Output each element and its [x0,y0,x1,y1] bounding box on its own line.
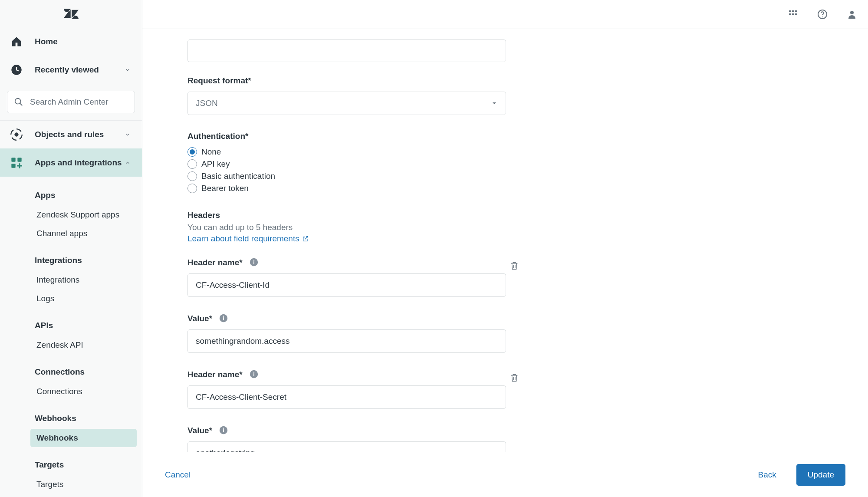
svg-rect-7 [789,10,791,12]
apps-grid-icon[interactable] [787,9,799,20]
radio-dot-icon [187,184,197,193]
subitem-connections[interactable]: Connections [30,382,137,401]
objects-icon [10,128,23,141]
sidebar: Home Recently viewed Objects and rules [0,0,142,497]
radio-none-label: None [201,147,221,157]
trash-icon [510,372,519,383]
trash-icon [510,260,519,271]
svg-point-3 [14,132,18,136]
subitem-channel-apps[interactable]: Channel apps [30,224,137,243]
main-pane: Request format* JSON Authentication* Non… [142,0,868,497]
svg-rect-12 [795,13,797,15]
home-icon [10,36,23,48]
footer-bar: Cancel Back Update [142,452,868,497]
svg-point-18 [253,260,254,260]
header2-name-input[interactable] [187,385,506,409]
svg-rect-8 [792,10,794,12]
headers-title: Headers [187,211,535,220]
info-icon[interactable] [249,369,259,379]
svg-point-27 [223,428,224,428]
search-section [0,84,142,121]
delete-header-2[interactable] [510,372,519,383]
nav-objects-label: Objects and rules [35,130,125,139]
svg-rect-23 [253,373,254,376]
chevron-down-icon [125,132,131,138]
chevron-down-icon [125,67,131,73]
header1-name-input[interactable] [187,273,506,297]
header2-name-label: Header name* [187,369,259,379]
group-connections: Connections [0,362,142,382]
svg-point-14 [822,16,823,17]
search-input[interactable] [7,91,135,113]
nav-home[interactable]: Home [0,28,142,56]
content-scroll[interactable]: Request format* JSON Authentication* Non… [142,29,868,452]
radio-bearer-token[interactable]: Bearer token [187,184,535,193]
subitem-webhooks[interactable]: Webhooks [30,429,137,447]
clock-icon [10,64,23,76]
radio-none[interactable]: None [187,147,535,157]
zendesk-logo [0,0,142,28]
svg-rect-11 [792,13,794,15]
radio-dot-icon [187,147,197,157]
header2-value-input[interactable] [187,441,506,452]
nav-recent[interactable]: Recently viewed [0,56,142,84]
svg-rect-9 [795,10,797,12]
request-format-value: JSON [196,99,218,108]
authentication-label: Authentication* [187,132,535,141]
header1-value-label: Value* [187,313,535,323]
subitem-logs[interactable]: Logs [30,290,137,308]
group-targets: Targets [0,455,142,475]
info-icon[interactable] [219,313,228,323]
subitem-zendesk-api[interactable]: Zendesk API [30,336,137,354]
apps-icon [10,157,23,169]
external-link-icon [302,235,309,242]
subnav: Apps Zendesk Support apps Channel apps I… [0,177,142,497]
cancel-button[interactable]: Cancel [165,470,191,480]
nav-home-label: Home [35,37,131,46]
subitem-targets[interactable]: Targets [30,475,137,494]
nav-apps-integrations[interactable]: Apps and integrations [0,148,142,177]
nav-apps-label: Apps and integrations [35,158,125,168]
headers-link-text: Learn about field requirements [187,234,299,244]
nav-objects-rules[interactable]: Objects and rules [0,121,142,149]
radio-bearer-label: Bearer token [201,184,249,193]
group-webhooks: Webhooks [0,408,142,428]
svg-rect-26 [223,429,224,432]
group-apis: APIs [0,316,142,336]
svg-rect-20 [223,317,224,320]
svg-point-15 [850,11,854,14]
svg-rect-5 [17,158,21,161]
group-apps: Apps [0,185,142,205]
svg-rect-4 [11,158,15,161]
info-icon[interactable] [219,425,228,435]
svg-rect-17 [253,261,254,264]
svg-rect-10 [789,13,791,15]
header1-name-label: Header name* [187,257,259,267]
header1-value-input[interactable] [187,329,506,353]
help-icon[interactable] [817,9,828,20]
group-integrations: Integrations [0,250,142,270]
request-format-select[interactable]: JSON [187,92,506,115]
radio-dot-icon [187,171,197,181]
back-button[interactable]: Back [758,470,776,480]
subitem-zendesk-support-apps[interactable]: Zendesk Support apps [30,206,137,224]
prior-input-partial[interactable] [187,39,506,62]
radio-api-key[interactable]: API key [187,159,535,169]
chevron-down-icon [491,100,498,107]
user-icon[interactable] [846,9,858,20]
update-button[interactable]: Update [796,464,845,486]
radio-basic-auth[interactable]: Basic authentication [187,171,535,181]
radio-dot-icon [187,159,197,169]
webhook-form: Request format* JSON Authentication* Non… [187,29,535,452]
svg-point-24 [253,372,254,372]
topbar [142,0,868,29]
request-format-label: Request format* [187,76,535,86]
radio-api-key-label: API key [201,159,230,169]
delete-header-1[interactable] [510,260,519,271]
svg-rect-6 [11,164,15,168]
info-icon[interactable] [249,257,259,267]
headers-link[interactable]: Learn about field requirements [187,234,309,244]
nav-recent-label: Recently viewed [35,65,125,75]
subitem-integrations[interactable]: Integrations [30,271,137,289]
chevron-up-icon [125,160,131,166]
